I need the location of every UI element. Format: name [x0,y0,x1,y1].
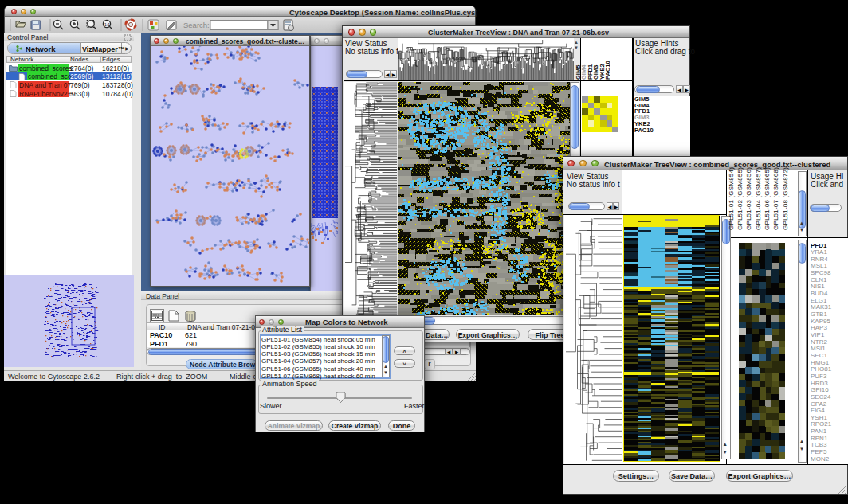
svg-text:1:1: 1:1 [104,22,110,27]
svg-text:Search:: Search: [183,21,210,29]
